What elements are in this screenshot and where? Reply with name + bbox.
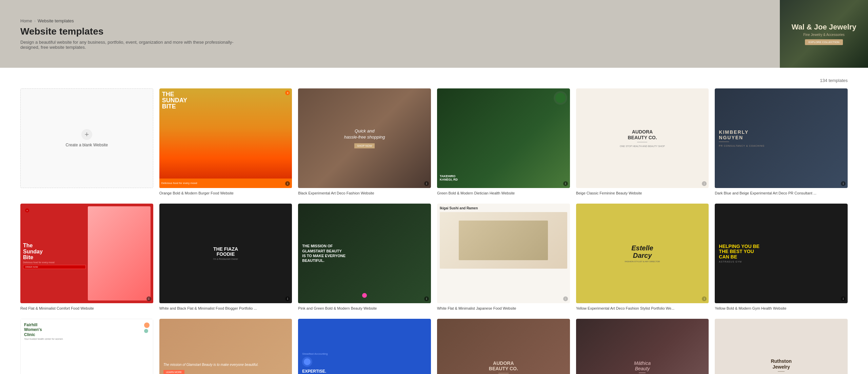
card-subtitle: PR CONSULTANCY & COACHING [719, 145, 765, 147]
info-icon[interactable]: i [563, 181, 568, 186]
card-label: Pink and Green Bold & Modern Beauty Webs… [298, 306, 431, 311]
template-card[interactable]: AUDORABEAUTY CO. ONE STOP HEALTH AND BEA… [437, 319, 570, 374]
template-card[interactable]: Ikigai Sushi and Ramen i White Flat & Mi… [437, 204, 570, 311]
card-subtitle: Delicious food for every mood [161, 182, 197, 185]
card-title: AUDORABEAUTY CO. [628, 129, 657, 141]
card-thumbnail: Steadfast Accounting EXPERTISE.COMMITMEN… [298, 319, 431, 374]
card-title: HELPING YOU BETHE BEST YOUCAN BE [719, 244, 844, 259]
card-title: The mission of Glamstart Beauty is to ma… [163, 362, 288, 367]
template-card[interactable]: + THESUNDAYBITE Delicious food for every… [159, 88, 292, 195]
plus-badge: + [285, 90, 290, 95]
info-icon[interactable]: i [702, 181, 707, 186]
template-card[interactable]: EstelleDarcy FASHION STYLIST & ART DIREC… [576, 204, 709, 311]
card-subtitle: ONE STOP HEALTH AND BEAUTY SHOP [620, 145, 665, 147]
card-title: THE FIAZAFOODIE [213, 247, 238, 257]
card-thumbnail: EstelleDarcy FASHION STYLIST & ART DIREC… [576, 204, 709, 303]
template-card[interactable]: KIMBERLYNGUYEN PR CONSULTANCY & COACHING… [715, 88, 848, 195]
card-thumbnail: THE FIAZAFOODIE I'm a Restaurant Owner i [159, 204, 292, 303]
info-icon[interactable]: i [841, 296, 846, 301]
hero-description: Design a beautiful website for any busin… [20, 40, 241, 50]
blank-card-thumb: + Create a blank Website [20, 88, 153, 188]
template-card[interactable]: The mission of Glamstart Beauty is to ma… [159, 319, 292, 374]
card-title: RuthstonJewelry [771, 358, 791, 370]
hero-laptop-subtitle: Fine Jewelry & Accessories [803, 33, 845, 37]
card-label: Orange Bold & Modern Burger Food Website [159, 191, 292, 195]
info-icon[interactable]: i [841, 181, 846, 186]
card-label: Red Flat & Minimalist Comfort Food Websi… [20, 306, 153, 311]
info-icon[interactable]: i [285, 181, 290, 186]
hero-laptop-title: Wal & Joe Jewelry [791, 23, 856, 32]
card-brand: ASTRAEUS GYM [719, 261, 844, 263]
card-thumbnail: + THESUNDAYBITE Delicious food for every… [159, 88, 292, 188]
card-title: THE MISSION OFGLAMSTART BEAUTYIS TO MAKE… [302, 244, 427, 263]
template-card[interactable]: THE MISSION OFGLAMSTART BEAUTYIS TO MAKE… [298, 204, 431, 311]
card-thumbnail: × TheSundayBite Delicious food for every… [20, 204, 153, 303]
template-card[interactable]: THE FIAZAFOODIE I'm a Restaurant Owner i… [159, 204, 292, 311]
card-subtitle: I'm a Restaurant Owner [213, 258, 238, 260]
card-title: EstelleDarcy [631, 244, 653, 259]
card-cta: SHOP NOW [354, 143, 375, 148]
template-card[interactable]: AUDORABEAUTY CO. ONE STOP HEALTH AND BEA… [576, 88, 709, 195]
card-thumbnail: Quick andhassle-free shopping SHOP NOW i [298, 88, 431, 188]
hero-laptop-preview: Wal & Joe Jewelry Fine Jewelry & Accesso… [780, 0, 868, 68]
template-card[interactable]: HELPING YOU BETHE BEST YOUCAN BE ASTRAEU… [715, 204, 848, 311]
card-title: TheSundayBite [23, 243, 86, 261]
template-grid: + Create a blank Website + THESUNDAYBITE… [20, 88, 848, 374]
card-label: Beige Classic Feminine Beauty Website [576, 191, 709, 195]
card-cta: LEARN MORE [163, 370, 184, 374]
template-card[interactable]: Quick andhassle-free shopping SHOP NOW i… [298, 88, 431, 195]
page-title: Website templates [20, 26, 848, 37]
blank-template-card[interactable]: + Create a blank Website [20, 88, 153, 195]
card-label: Black Experimental Art Deco Fashion Webs… [298, 191, 431, 195]
card-thumbnail: KIMBERLYNGUYEN PR CONSULTANCY & COACHING… [715, 88, 848, 188]
card-subtitle: Delicious food for every mood [23, 261, 86, 264]
template-count: 134 templates [820, 78, 848, 83]
template-card[interactable]: MáthicaBeauty INCLUSIVE BEAUTY i Pink an… [576, 319, 709, 374]
card-label: Yellow Bold & Modern Gym Health Website [715, 306, 848, 311]
card-thumbnail: FairhillWomen'sClinic Your trusted healt… [20, 319, 153, 374]
card-thumbnail: The mission of Glamstart Beauty is to ma… [159, 319, 292, 374]
template-card[interactable]: TAKEHIROKANEGI, RD i Green Bold & Modern… [437, 88, 570, 195]
card-label: White and Black Flat & Minimalist Food B… [159, 306, 292, 311]
breadcrumb-current: Website templates [38, 18, 74, 23]
template-card[interactable]: FairhillWomen'sClinic Your trusted healt… [20, 319, 153, 374]
breadcrumb: Home › Website templates [20, 18, 848, 23]
card-label: White Flat & Minimalist Japanese Food We… [437, 306, 570, 311]
card-thumbnail: Ikigai Sushi and Ramen i [437, 204, 570, 303]
card-title: TAKEHIROKANEGI, RD [440, 174, 458, 181]
template-card[interactable]: × TheSundayBite Delicious food for every… [20, 204, 153, 311]
breadcrumb-separator: › [34, 18, 36, 23]
card-thumbnail: AUDORABEAUTY CO. ONE STOP HEALTH AND BEA… [576, 88, 709, 188]
card-thumbnail: THE MISSION OFGLAMSTART BEAUTYIS TO MAKE… [298, 204, 431, 303]
card-label: Green Bold & Modern Dietician Health Web… [437, 191, 570, 195]
card-subtitle: FASHION STYLIST & ART DIRECTOR [625, 261, 660, 263]
hero-banner: Home › Website templates Website templat… [0, 0, 868, 68]
card-thumbnail: MáthicaBeauty INCLUSIVE BEAUTY i [576, 319, 709, 374]
card-thumbnail: HELPING YOU BETHE BEST YOUCAN BE ASTRAEU… [715, 204, 848, 303]
card-title: FairhillWomen'sClinic [24, 323, 63, 337]
plus-icon: + [81, 129, 92, 140]
card-title: Quick andhassle-free shopping [344, 128, 385, 140]
card-subtitle: Your trusted health center for women [24, 338, 63, 340]
card-thumbnail: TAKEHIROKANEGI, RD i [437, 88, 570, 188]
card-thumbnail: RuthstonJewelry Handcrafted Jewelry &Acc… [715, 319, 848, 374]
template-card[interactable]: RuthstonJewelry Handcrafted Jewelry &Acc… [715, 319, 848, 374]
card-title: AUDORABEAUTY CO. [489, 360, 518, 372]
hero-laptop-cta: EXPLORE COLLECTION [805, 39, 843, 45]
card-title: MáthicaBeauty [634, 360, 651, 371]
toolbar: 134 templates [20, 75, 848, 88]
card-title: KIMBERLYNGUYEN [719, 129, 749, 140]
card-thumbnail: AUDORABEAUTY CO. ONE STOP HEALTH AND BEA… [437, 319, 570, 374]
breadcrumb-home[interactable]: Home [20, 18, 32, 23]
card-label: Dark Blue and Beige Experimental Art Dec… [715, 191, 848, 195]
main-content: 134 templates + Create a blank Website +… [0, 68, 868, 374]
info-icon[interactable]: i [424, 181, 429, 186]
info-icon[interactable]: i [146, 296, 151, 301]
blank-label: Create a blank Website [66, 143, 108, 147]
template-card[interactable]: Steadfast Accounting EXPERTISE.COMMITMEN… [298, 319, 431, 374]
card-label: Yellow Experimental Art Deco Fashion Sty… [576, 306, 709, 311]
card-title: EXPERTISE.COMMITMENT.VALUE. [302, 369, 427, 374]
card-title: Ikigai Sushi and Ramen [440, 206, 567, 210]
info-icon[interactable]: i [563, 296, 568, 301]
info-icon[interactable]: i [424, 296, 429, 301]
